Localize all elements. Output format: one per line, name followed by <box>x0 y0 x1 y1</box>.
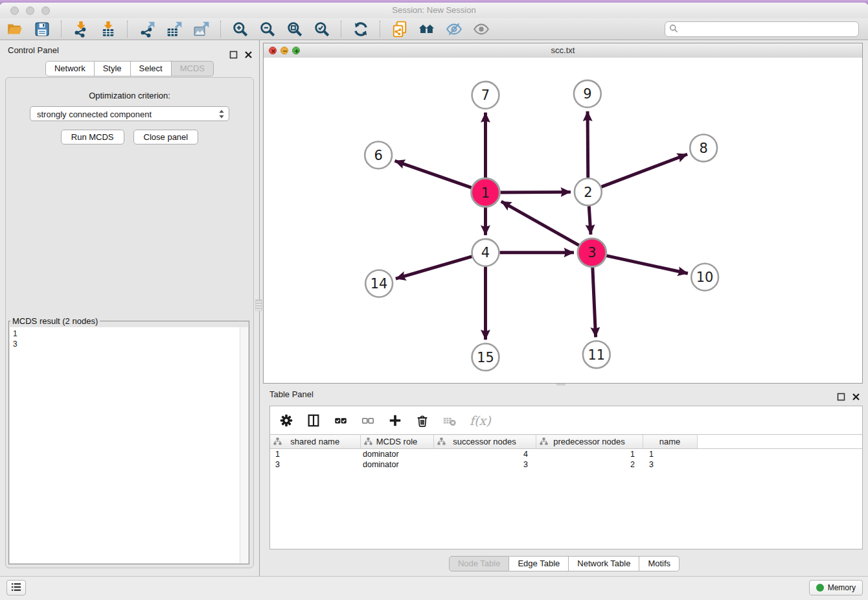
graph-edge-2-8[interactable] <box>601 154 687 187</box>
close-panel-icon[interactable] <box>244 46 253 54</box>
table-cell[interactable]: 3 <box>433 459 536 470</box>
graph-node-4[interactable]: 4 <box>472 239 499 266</box>
close-panel-button[interactable]: Close panel <box>133 130 199 144</box>
mcds-result-list[interactable]: 13 <box>10 327 248 563</box>
table-row[interactable]: 3dominator323 <box>270 459 862 470</box>
table-cell[interactable]: 4 <box>433 449 536 460</box>
graph-node-14[interactable]: 14 <box>365 270 393 297</box>
delete-column-icon[interactable] <box>415 413 429 428</box>
column-header-successor-nodes[interactable]: successor nodes <box>433 435 536 449</box>
float-panel-icon[interactable] <box>837 390 845 398</box>
zoom-in-icon[interactable] <box>232 21 249 38</box>
tab-node-table[interactable]: Node Table <box>449 556 510 571</box>
table-cell[interactable]: 2 <box>536 459 643 470</box>
hide-selected-icon[interactable] <box>446 21 463 38</box>
tab-select[interactable]: Select <box>131 61 172 76</box>
column-header-predecessor-nodes[interactable]: predecessor nodes <box>536 435 643 449</box>
function-builder-icon[interactable]: f(x) <box>470 413 491 428</box>
graph-edge-4-14[interactable] <box>396 257 472 279</box>
export-table-icon[interactable] <box>166 21 183 38</box>
graph-edge-3-11[interactable] <box>593 268 596 338</box>
criterion-dropdown[interactable]: strongly connected component <box>30 106 229 121</box>
open-session-icon[interactable] <box>6 21 23 38</box>
graph-edge-1-2[interactable] <box>500 192 571 192</box>
graph-node-7[interactable]: 7 <box>472 82 499 109</box>
tab-edge-table[interactable]: Edge Table <box>509 556 569 571</box>
task-history-button[interactable] <box>6 580 26 595</box>
search-icon <box>669 24 678 33</box>
svg-text:8: 8 <box>699 141 707 156</box>
export-network-icon[interactable] <box>139 21 155 38</box>
import-table-icon[interactable] <box>100 21 117 38</box>
graph-edge-1-6[interactable] <box>395 161 472 187</box>
graph-node-1[interactable]: 1 <box>472 178 500 207</box>
settings-gear-icon[interactable] <box>279 413 293 428</box>
add-column-icon[interactable] <box>388 413 402 428</box>
table-cell[interactable]: 3 <box>643 459 697 470</box>
zoom-fit-icon[interactable] <box>286 21 303 38</box>
toolbar-separator <box>380 21 381 38</box>
search-input[interactable] <box>665 21 859 37</box>
node-table: shared nameMCDS rolesuccessor nodesprede… <box>270 434 862 470</box>
graph-node-3[interactable]: 3 <box>578 238 606 267</box>
show-hidden-icon[interactable] <box>473 21 490 38</box>
graph-node-6[interactable]: 6 <box>365 141 392 168</box>
column-layout-icon[interactable] <box>306 413 321 428</box>
panel-splitter-handle[interactable] <box>255 299 262 311</box>
graph-edge-3-1[interactable] <box>501 202 579 246</box>
delete-table-icon[interactable] <box>442 413 457 428</box>
svg-text:9: 9 <box>583 86 591 102</box>
zoom-selected-icon[interactable] <box>314 21 330 38</box>
import-network-icon[interactable] <box>73 21 89 38</box>
window-title: Session: New Session <box>0 5 868 15</box>
graph-node-8[interactable]: 8 <box>690 135 717 162</box>
column-header-MCDS-role[interactable]: MCDS role <box>360 435 433 449</box>
select-all-icon[interactable] <box>334 413 348 428</box>
graph-edge-2-3[interactable] <box>589 206 591 235</box>
show-all-icon[interactable] <box>418 21 435 38</box>
graph-edge-2-9[interactable] <box>588 111 588 178</box>
table-cell[interactable]: 1 <box>270 449 360 460</box>
frame-resize-handle[interactable] <box>556 384 565 386</box>
column-header-label: name <box>659 437 681 446</box>
tab-motifs[interactable]: Motifs <box>639 556 680 571</box>
graph-node-2[interactable]: 2 <box>575 178 602 205</box>
table-cell[interactable]: dominator <box>360 449 433 460</box>
graph-node-10[interactable]: 10 <box>691 264 718 291</box>
close-panel-icon[interactable] <box>852 390 860 398</box>
tab-mcds[interactable]: MCDS <box>172 61 214 76</box>
tab-style[interactable]: Style <box>95 61 131 76</box>
table-cell[interactable]: 3 <box>270 459 360 470</box>
network-canvas[interactable]: 7968124314101511 <box>264 58 862 383</box>
table-cell[interactable]: 1 <box>536 449 643 460</box>
mcds-result-box: MCDS result (2 nodes) 13 <box>8 316 249 564</box>
svg-text:15: 15 <box>477 350 494 365</box>
criterion-value: strongly connected component <box>37 110 152 119</box>
tab-network[interactable]: Network <box>45 61 95 76</box>
run-mcds-button[interactable]: Run MCDS <box>61 130 124 144</box>
svg-text:14: 14 <box>371 276 388 292</box>
table-row[interactable]: 1dominator411 <box>270 449 862 460</box>
table-cell[interactable]: 1 <box>643 449 697 460</box>
table-toolbar: f(x) <box>270 406 862 434</box>
table-cell[interactable]: dominator <box>360 459 433 470</box>
graph-node-11[interactable]: 11 <box>583 341 610 368</box>
graph-node-15[interactable]: 15 <box>472 343 499 371</box>
graph-node-9[interactable]: 9 <box>574 80 601 108</box>
memory-button[interactable]: Memory <box>809 580 863 595</box>
save-session-icon[interactable] <box>34 21 51 38</box>
export-image-icon[interactable] <box>193 21 210 38</box>
zoom-out-icon[interactable] <box>259 21 276 38</box>
column-header-shared-name[interactable]: shared name <box>270 435 360 449</box>
toolbar-separator <box>127 21 128 38</box>
float-panel-icon[interactable] <box>229 46 238 54</box>
graph-edge-3-10[interactable] <box>606 256 688 273</box>
tab-network-table[interactable]: Network Table <box>569 556 639 571</box>
column-header-label: successor nodes <box>453 437 516 446</box>
deselect-all-icon[interactable] <box>361 413 375 428</box>
refresh-network-icon[interactable] <box>352 21 369 38</box>
status-bar: Memory <box>0 576 868 600</box>
column-header-name[interactable]: name <box>643 435 697 449</box>
network-frame-titlebar[interactable]: scc.txt <box>264 43 862 58</box>
duplicate-network-icon[interactable] <box>391 21 408 38</box>
